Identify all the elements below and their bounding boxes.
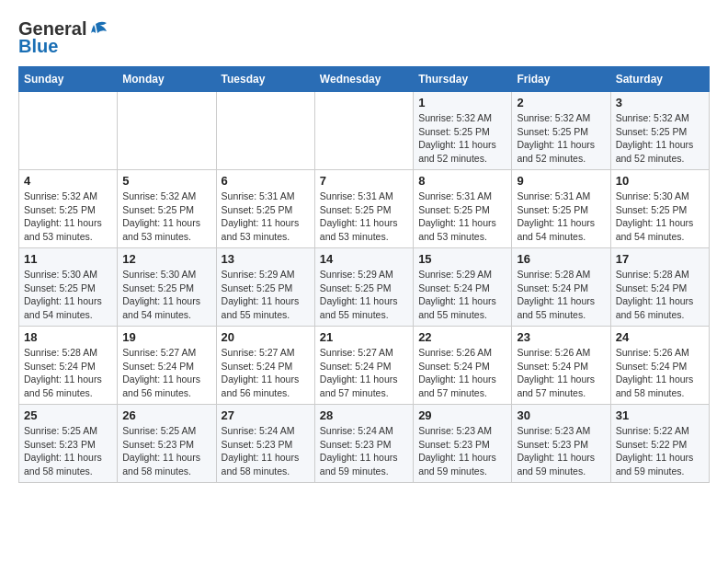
day-info: Sunrise: 5:32 AM Sunset: 5:25 PM Dayligh… [122,190,210,244]
calendar-cell: 24Sunrise: 5:26 AM Sunset: 5:24 PM Dayli… [610,327,709,405]
calendar-week-row: 18Sunrise: 5:28 AM Sunset: 5:24 PM Dayli… [19,327,710,405]
day-info: Sunrise: 5:32 AM Sunset: 5:25 PM Dayligh… [418,111,506,166]
calendar-cell: 11Sunrise: 5:30 AM Sunset: 5:25 PM Dayli… [19,248,118,327]
day-info: Sunrise: 5:29 AM Sunset: 5:25 PM Dayligh… [222,268,310,322]
day-info: Sunrise: 5:31 AM Sunset: 5:25 PM Dayligh… [320,190,408,244]
day-info: Sunrise: 5:29 AM Sunset: 5:24 PM Dayligh… [418,268,506,322]
calendar-header-thursday: Thursday [414,67,512,92]
day-number: 13 [222,252,310,266]
day-info: Sunrise: 5:27 AM Sunset: 5:24 PM Dayligh… [320,346,408,400]
day-info: Sunrise: 5:32 AM Sunset: 5:25 PM Dayligh… [24,190,112,244]
day-info: Sunrise: 5:25 AM Sunset: 5:23 PM Dayligh… [122,424,210,478]
day-number: 17 [616,252,704,266]
day-number: 29 [418,408,506,422]
day-number: 21 [320,330,408,344]
calendar-week-row: 4Sunrise: 5:32 AM Sunset: 5:25 PM Daylig… [19,170,710,248]
day-info: Sunrise: 5:25 AM Sunset: 5:23 PM Dayligh… [24,424,112,478]
day-number: 12 [122,252,210,266]
day-info: Sunrise: 5:32 AM Sunset: 5:25 PM Dayligh… [517,111,605,166]
day-number: 26 [122,408,210,422]
calendar-cell: 29Sunrise: 5:23 AM Sunset: 5:23 PM Dayli… [414,405,512,483]
day-number: 25 [24,408,112,422]
day-number: 24 [616,330,704,344]
calendar-cell: 6Sunrise: 5:31 AM Sunset: 5:25 PM Daylig… [216,170,314,248]
calendar-cell: 14Sunrise: 5:29 AM Sunset: 5:25 PM Dayli… [314,248,413,327]
calendar-cell: 7Sunrise: 5:31 AM Sunset: 5:25 PM Daylig… [314,170,413,248]
day-info: Sunrise: 5:29 AM Sunset: 5:25 PM Dayligh… [320,268,408,322]
calendar-cell: 12Sunrise: 5:30 AM Sunset: 5:25 PM Dayli… [118,248,216,327]
logo: General Blue [18,18,108,57]
calendar-week-row: 1Sunrise: 5:32 AM Sunset: 5:25 PM Daylig… [19,92,710,170]
day-number: 15 [418,252,506,266]
calendar-week-row: 25Sunrise: 5:25 AM Sunset: 5:23 PM Dayli… [19,405,710,483]
calendar-header-saturday: Saturday [610,67,709,92]
day-info: Sunrise: 5:31 AM Sunset: 5:25 PM Dayligh… [222,190,310,244]
day-info: Sunrise: 5:23 AM Sunset: 5:23 PM Dayligh… [418,424,506,478]
calendar-cell: 9Sunrise: 5:31 AM Sunset: 5:25 PM Daylig… [512,170,610,248]
day-info: Sunrise: 5:32 AM Sunset: 5:25 PM Dayligh… [616,111,704,166]
calendar-cell: 15Sunrise: 5:29 AM Sunset: 5:24 PM Dayli… [414,248,512,327]
calendar-cell: 8Sunrise: 5:31 AM Sunset: 5:25 PM Daylig… [414,170,512,248]
calendar-header-row: SundayMondayTuesdayWednesdayThursdayFrid… [19,67,710,92]
calendar-table: SundayMondayTuesdayWednesdayThursdayFrid… [18,66,710,483]
day-number: 19 [122,330,210,344]
day-number: 14 [320,252,408,266]
day-info: Sunrise: 5:28 AM Sunset: 5:24 PM Dayligh… [24,346,112,400]
calendar-cell [314,92,413,170]
calendar-cell: 27Sunrise: 5:24 AM Sunset: 5:23 PM Dayli… [216,405,314,483]
day-number: 11 [24,252,112,266]
day-number: 9 [517,174,605,188]
calendar-cell [118,92,216,170]
calendar-cell: 19Sunrise: 5:27 AM Sunset: 5:24 PM Dayli… [118,327,216,405]
calendar-cell: 5Sunrise: 5:32 AM Sunset: 5:25 PM Daylig… [118,170,216,248]
day-number: 5 [122,174,210,188]
calendar-header-friday: Friday [512,67,610,92]
calendar-cell: 2Sunrise: 5:32 AM Sunset: 5:25 PM Daylig… [512,92,610,170]
day-info: Sunrise: 5:31 AM Sunset: 5:25 PM Dayligh… [418,190,506,244]
day-info: Sunrise: 5:23 AM Sunset: 5:23 PM Dayligh… [517,424,605,478]
calendar-cell: 10Sunrise: 5:30 AM Sunset: 5:25 PM Dayli… [610,170,709,248]
day-number: 23 [517,330,605,344]
day-info: Sunrise: 5:30 AM Sunset: 5:25 PM Dayligh… [24,268,112,322]
day-number: 28 [320,408,408,422]
day-info: Sunrise: 5:28 AM Sunset: 5:24 PM Dayligh… [517,268,605,322]
calendar-cell: 20Sunrise: 5:27 AM Sunset: 5:24 PM Dayli… [216,327,314,405]
calendar-cell: 18Sunrise: 5:28 AM Sunset: 5:24 PM Dayli… [19,327,118,405]
day-number: 22 [418,330,506,344]
calendar-cell: 13Sunrise: 5:29 AM Sunset: 5:25 PM Dayli… [216,248,314,327]
day-info: Sunrise: 5:27 AM Sunset: 5:24 PM Dayligh… [222,346,310,400]
day-number: 27 [222,408,310,422]
day-info: Sunrise: 5:26 AM Sunset: 5:24 PM Dayligh… [517,346,605,400]
page-header: General Blue [18,18,710,57]
day-info: Sunrise: 5:22 AM Sunset: 5:22 PM Dayligh… [616,424,704,478]
day-number: 6 [222,174,310,188]
day-number: 16 [517,252,605,266]
calendar-cell [19,92,118,170]
calendar-week-row: 11Sunrise: 5:30 AM Sunset: 5:25 PM Dayli… [19,248,710,327]
calendar-header-wednesday: Wednesday [314,67,413,92]
calendar-cell: 16Sunrise: 5:28 AM Sunset: 5:24 PM Dayli… [512,248,610,327]
day-info: Sunrise: 5:30 AM Sunset: 5:25 PM Dayligh… [122,268,210,322]
day-info: Sunrise: 5:24 AM Sunset: 5:23 PM Dayligh… [222,424,310,478]
day-number: 18 [24,330,112,344]
day-number: 30 [517,408,605,422]
calendar-cell [216,92,314,170]
calendar-cell: 25Sunrise: 5:25 AM Sunset: 5:23 PM Dayli… [19,405,118,483]
calendar-header-tuesday: Tuesday [216,67,314,92]
day-info: Sunrise: 5:30 AM Sunset: 5:25 PM Dayligh… [616,190,704,244]
calendar-cell: 1Sunrise: 5:32 AM Sunset: 5:25 PM Daylig… [414,92,512,170]
calendar-cell: 26Sunrise: 5:25 AM Sunset: 5:23 PM Dayli… [118,405,216,483]
day-info: Sunrise: 5:26 AM Sunset: 5:24 PM Dayligh… [616,346,704,400]
day-info: Sunrise: 5:26 AM Sunset: 5:24 PM Dayligh… [418,346,506,400]
day-info: Sunrise: 5:27 AM Sunset: 5:24 PM Dayligh… [122,346,210,400]
day-number: 3 [616,96,704,109]
logo-bird-icon [88,20,108,39]
day-number: 2 [517,96,605,109]
calendar-cell: 17Sunrise: 5:28 AM Sunset: 5:24 PM Dayli… [610,248,709,327]
calendar-header-sunday: Sunday [19,67,118,92]
calendar-cell: 31Sunrise: 5:22 AM Sunset: 5:22 PM Dayli… [610,405,709,483]
calendar-header-monday: Monday [118,67,216,92]
day-number: 10 [616,174,704,188]
day-number: 7 [320,174,408,188]
day-number: 4 [24,174,112,188]
